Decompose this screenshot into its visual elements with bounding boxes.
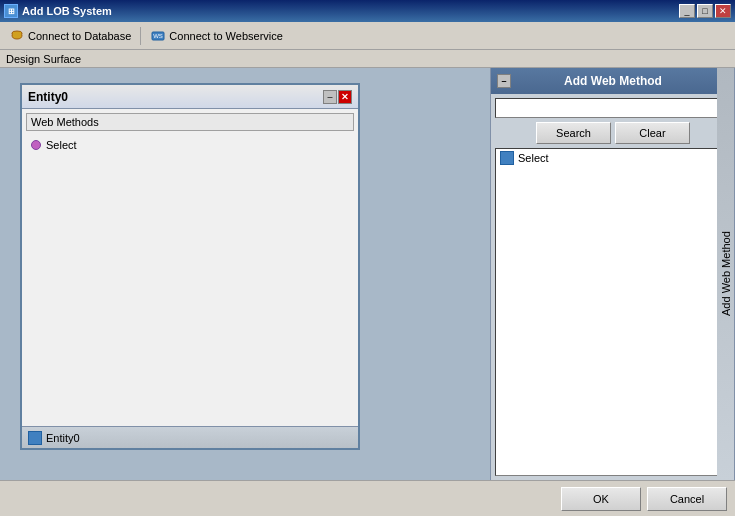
clear-button[interactable]: Clear: [615, 122, 690, 144]
entity-close-button[interactable]: ✕: [338, 90, 352, 104]
design-surface-label: Design Surface: [0, 50, 735, 68]
right-panel-title: Add Web Method: [564, 74, 662, 88]
right-panel: – Add Web Method Search Clear Select Add…: [490, 68, 735, 480]
ok-button[interactable]: OK: [561, 487, 641, 511]
entity-minimize-button[interactable]: –: [323, 90, 337, 104]
entity-bottom-icon: [28, 431, 42, 445]
search-area: Search Clear: [491, 94, 735, 148]
design-canvas: Entity0 – ✕ Web Methods Select E: [0, 68, 490, 480]
panel-minimize-button[interactable]: –: [497, 74, 511, 88]
connect-database-label: Connect to Database: [28, 30, 131, 42]
toolbar: Connect to Database WS Connect to Webser…: [0, 22, 735, 50]
close-button[interactable]: ✕: [715, 4, 731, 18]
toolbar-separator: [140, 27, 141, 45]
app-icon: ⊞: [4, 4, 18, 18]
item-icon: [500, 151, 514, 165]
entity-header: Entity0 – ✕: [22, 85, 358, 109]
search-buttons: Search Clear: [495, 122, 731, 144]
item-label: Select: [518, 152, 549, 164]
method-icon: [30, 139, 42, 151]
webservice-icon: WS: [150, 28, 166, 44]
main-content: Entity0 – ✕ Web Methods Select E: [0, 68, 735, 480]
entity-content: Select: [22, 135, 358, 155]
entity-box: Entity0 – ✕ Web Methods Select E: [20, 83, 360, 450]
entity-section-label: Web Methods: [26, 113, 354, 131]
title-bar-text: Add LOB System: [22, 5, 112, 17]
method-name: Select: [46, 139, 77, 151]
entity-bottom-bar: Entity0: [22, 426, 358, 448]
list-item: Select: [28, 137, 352, 153]
search-input[interactable]: [495, 98, 731, 118]
cancel-button[interactable]: Cancel: [647, 487, 727, 511]
right-panel-header: – Add Web Method: [491, 68, 735, 94]
entity-title: Entity0: [28, 90, 68, 104]
minimize-button[interactable]: _: [679, 4, 695, 18]
bottom-bar: OK Cancel: [0, 480, 735, 516]
svg-text:WS: WS: [154, 33, 164, 39]
entity-bottom-label: Entity0: [46, 432, 80, 444]
maximize-button[interactable]: □: [697, 4, 713, 18]
search-button[interactable]: Search: [536, 122, 611, 144]
entity-header-buttons: – ✕: [323, 90, 352, 104]
title-bar: ⊞ Add LOB System _ □ ✕: [0, 0, 735, 22]
database-icon: [9, 28, 25, 44]
connect-webservice-button[interactable]: WS Connect to Webservice: [145, 25, 288, 47]
connect-database-button[interactable]: Connect to Database: [4, 25, 136, 47]
connect-webservice-label: Connect to Webservice: [169, 30, 283, 42]
vertical-tab[interactable]: Add Web Method: [717, 68, 735, 480]
title-bar-controls: _ □ ✕: [679, 4, 731, 18]
list-item: Select: [496, 149, 730, 167]
right-panel-list: Select: [495, 148, 731, 476]
